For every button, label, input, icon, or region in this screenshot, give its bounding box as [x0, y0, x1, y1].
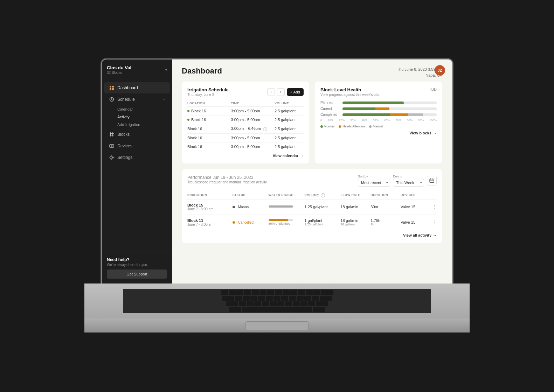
completed-fill-gray	[408, 113, 422, 116]
water-bar-fill	[269, 205, 293, 208]
sidebar-item-blocks[interactable]: Blocks	[104, 129, 170, 140]
settings-icon	[109, 155, 115, 160]
key	[222, 296, 234, 301]
view-calendar-link[interactable]: View calendar →	[187, 154, 304, 158]
sidebar-item-schedule[interactable]: Schedule ▾	[104, 94, 170, 105]
legend-manual-dot	[369, 125, 372, 128]
row1-more-button[interactable]: ⋮	[431, 204, 437, 210]
sidebar-item-settings[interactable]: Settings	[104, 152, 170, 163]
add-irrigation-button[interactable]: + Add	[287, 88, 304, 96]
key	[308, 301, 315, 306]
legend-normal-label: Normal	[324, 125, 334, 128]
table-row: Block 16 3:00pm - 5:00pm 2.5 gal/plant	[187, 142, 304, 151]
org-header[interactable]: Clos du Val 32 Blocks ▾	[102, 59, 172, 79]
key	[221, 290, 228, 295]
org-name: Clos du Val	[107, 65, 131, 70]
legend-attention-dot	[339, 125, 341, 128]
sidebar-sub-item-add-irrigation[interactable]: Add Irrigation	[112, 121, 172, 128]
progress-scale: 0 10% 20% 30% 40% 50% 60% 70% 80% 90% 10	[320, 119, 437, 122]
view-calendar-arrow-icon: →	[300, 154, 304, 158]
perf-col-water-usage: WATER USAGE	[269, 193, 305, 197]
performance-card: Performance Jun 19 - Jun 25, 2023 Troubl…	[182, 169, 442, 243]
row2-more-button[interactable]: ⋮	[431, 219, 437, 225]
sort-by-group: Sort by Most recent Oldest	[358, 175, 390, 187]
sort-by-select[interactable]: Most recent Oldest	[358, 179, 390, 187]
completed-fill-green	[342, 113, 390, 116]
org-blocks: 32 Blocks	[107, 71, 131, 75]
health-subtitle: View progress against this week's plan	[320, 93, 380, 97]
view-all-arrow-icon: →	[433, 233, 437, 237]
row1-location: Block 15	[187, 203, 233, 207]
user-avatar[interactable]: JZ	[435, 65, 445, 76]
water-bar-track-orange	[269, 219, 293, 221]
water-bar-fill-orange	[269, 219, 288, 221]
svg-point-10	[111, 145, 112, 147]
sidebar-item-devices[interactable]: Devices	[104, 140, 170, 152]
page-title: Dashboard	[182, 66, 222, 76]
status-manual: Manual	[233, 205, 269, 209]
health-title: Block-Level Health	[320, 87, 380, 92]
planned-track	[342, 102, 437, 104]
planned-fill	[342, 102, 404, 104]
perf-col-volume: VOLUME i	[305, 193, 341, 197]
sidebar-sub-item-calendar[interactable]: Calendar	[112, 105, 172, 113]
spacebar-key	[242, 307, 312, 312]
key	[304, 296, 311, 301]
irrigation-schedule-card: Irrigation Schedule Thursday, June 8 ‹ ›…	[182, 82, 309, 163]
row2-duration-sub: 2h	[371, 223, 401, 226]
schedule-label: Schedule	[117, 97, 135, 102]
help-subtitle: We're always here for you.	[107, 263, 167, 267]
perf-card-header: Performance Jun 19 - Jun 25, 2023 Troubl…	[187, 175, 437, 187]
health-card-header: Block-Level Health View progress against…	[320, 87, 437, 97]
current-fill-green	[342, 107, 375, 110]
schedule-chevron-icon: ▾	[163, 98, 165, 101]
row1-water-usage	[269, 205, 305, 208]
legend-manual-label: Manual	[373, 125, 383, 128]
perf-controls: Sort by Most recent Oldest	[358, 175, 437, 187]
support-button[interactable]: Get Support	[107, 270, 167, 279]
status-dot-green	[187, 119, 189, 121]
during-select[interactable]: This Week Last Week This Month	[393, 179, 424, 187]
row2-flow-sub: 18 gal/min	[340, 223, 371, 226]
key	[243, 296, 250, 301]
sidebar-footer: Need help? We're always here for you. Ge…	[102, 252, 172, 284]
status-manual-dot	[233, 206, 235, 208]
calendar-icon-button[interactable]	[427, 176, 437, 186]
trackpad-area	[84, 318, 470, 332]
key	[316, 301, 328, 306]
svg-rect-5	[110, 133, 114, 134]
row2-volume: 2.5 gal/plant	[275, 118, 304, 122]
perf-date-range: Jun 19 - Jun 25, 2023	[213, 175, 253, 180]
schedule-sub-group: Calendar Activity Add Irrigation	[112, 105, 172, 128]
water-bar-track	[269, 205, 293, 208]
row5-location: Block 16	[187, 145, 231, 149]
row2-duration: 1.75h 2h	[371, 218, 401, 226]
trackpad[interactable]	[245, 321, 309, 330]
schedule-prev-button[interactable]: ‹	[267, 88, 275, 96]
view-all-activity-link[interactable]: View all activity →	[187, 233, 437, 237]
progress-row-current: Current	[320, 107, 437, 111]
key	[293, 301, 300, 306]
help-title: Need help?	[107, 257, 167, 262]
completed-fill-orange	[390, 113, 409, 116]
sidebar-item-dashboard[interactable]: Dashboard	[104, 82, 170, 93]
schedule-next-button[interactable]: ›	[277, 88, 285, 96]
col-location: LOCATION	[187, 102, 231, 105]
sidebar-sub-item-activity[interactable]: Activity	[112, 113, 172, 121]
key	[289, 296, 296, 301]
grid-icon	[109, 85, 115, 91]
during-wrapper: This Week Last Week This Month	[393, 179, 424, 187]
row2-flow-rate: 18 gal/min 18 gal/min	[340, 218, 371, 226]
row3-location: Block 16	[187, 127, 231, 131]
svg-rect-0	[110, 86, 111, 88]
key	[320, 296, 332, 301]
perf-table-row: Block 15 June 7 · 8:00 am Manual	[187, 200, 437, 215]
key	[254, 301, 261, 306]
view-blocks-link[interactable]: View blocks →	[320, 131, 437, 135]
key	[250, 296, 257, 301]
row1-irrigation: Block 15 June 7 · 8:00 am	[187, 203, 233, 211]
view-blocks-arrow-icon: →	[433, 131, 437, 135]
key	[306, 290, 313, 295]
table-row: Block 16 3:00pm - 5:00pm 2.5 gal/plant	[187, 115, 304, 124]
table-row: Block 16 3:00pm - 5:00pm 2.5 gal/plant	[187, 107, 304, 115]
